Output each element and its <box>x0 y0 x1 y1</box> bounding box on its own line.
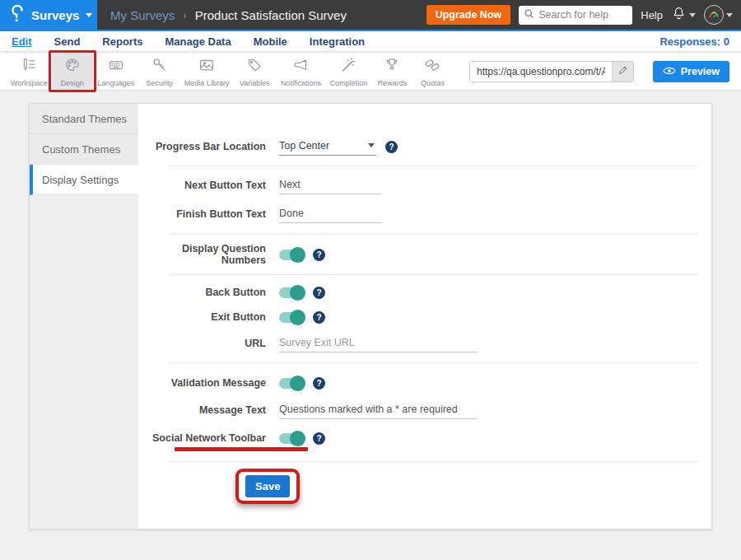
trophy-icon <box>383 56 401 77</box>
toolbar-item-workspace[interactable]: Workspace <box>7 54 52 90</box>
notifications-menu[interactable] <box>671 5 696 25</box>
help-icon[interactable]: ? <box>313 377 325 390</box>
chain-link-icon <box>423 56 441 77</box>
exit-button-row: Exit Button ? <box>138 307 711 327</box>
help-icon[interactable]: ? <box>313 432 325 445</box>
progress-bar-location-select[interactable]: Top Center <box>279 138 376 156</box>
eye-icon <box>663 66 676 78</box>
progress-bar-location-label: Progress Bar Location <box>138 141 266 152</box>
themes-sidebar: Standard Themes Custom Themes Display Se… <box>30 104 138 529</box>
divider <box>170 274 698 275</box>
megaphone-icon <box>291 56 310 77</box>
annotation-box-save: Save <box>235 469 300 504</box>
validation-message-toggle[interactable] <box>279 378 304 389</box>
help-icon[interactable]: ? <box>385 141 398 153</box>
toolbar-item-variables[interactable]: Variables <box>233 54 276 90</box>
design-palette-icon <box>63 56 82 77</box>
toolbar-item-design[interactable]: Design <box>52 54 93 90</box>
toolbar-item-media-library[interactable]: Media Library <box>180 54 234 90</box>
workspace-icon <box>20 56 38 77</box>
display-question-numbers-toggle[interactable] <box>279 250 304 260</box>
upgrade-now-button[interactable]: Upgrade Now <box>426 5 511 25</box>
validation-message-label: Validation Message <box>138 377 266 389</box>
tab-integration[interactable]: Integration <box>310 35 365 48</box>
responses-count[interactable]: Responses: 0 <box>659 35 729 48</box>
page-title: Product Satisfaction Survey <box>195 8 347 22</box>
design-settings-card: Standard Themes Custom Themes Display Se… <box>29 103 712 530</box>
display-question-numbers-label: Display Question Numbers <box>138 243 266 266</box>
account-menu[interactable] <box>704 5 733 25</box>
top-header: Surveys My Surveys › Product Satisfactio… <box>0 0 741 30</box>
chevron-down-icon <box>689 13 696 17</box>
back-button-row: Back Button ? <box>138 282 711 302</box>
display-settings-form: Progress Bar Location Top Center ? Next … <box>138 104 711 504</box>
finish-button-text-input[interactable] <box>279 206 382 223</box>
toolbar-item-notifications[interactable]: Notifications <box>276 54 325 90</box>
help-icon[interactable]: ? <box>313 311 325 324</box>
sidebar-item-standard-themes[interactable]: Standard Themes <box>30 104 138 134</box>
tab-reports[interactable]: Reports <box>102 35 142 48</box>
progress-bar-location-row: Progress Bar Location Top Center ? <box>138 134 711 159</box>
search-input[interactable] <box>538 9 627 21</box>
next-button-text-input[interactable] <box>279 177 382 194</box>
chevron-down-icon <box>368 143 375 147</box>
chevron-down-icon <box>86 13 92 17</box>
edit-toolbar: Workspace Design Languages Security M <box>0 54 741 91</box>
product-switcher[interactable]: Surveys <box>0 0 97 30</box>
validation-message-row: Validation Message ? <box>138 371 711 395</box>
divider <box>170 166 698 166</box>
save-button[interactable]: Save <box>245 475 290 497</box>
next-button-text-row: Next Button Text <box>138 173 711 198</box>
exit-button-label: Exit Button <box>138 311 266 323</box>
bell-icon <box>671 5 687 25</box>
breadcrumb-separator: › <box>183 9 186 21</box>
survey-url-group <box>469 61 634 82</box>
finish-button-text-row: Finish Button Text <box>138 202 711 226</box>
help-icon[interactable]: ? <box>313 287 325 299</box>
toolbar-item-completion[interactable]: Completion <box>325 54 371 90</box>
back-button-toggle[interactable] <box>279 287 304 298</box>
toolbar-item-rewards[interactable]: Rewards <box>371 54 412 90</box>
sidebar-item-display-settings[interactable]: Display Settings <box>30 165 138 195</box>
social-network-toolbar-label: Social Network Toolbar <box>138 432 266 444</box>
message-text-row: Message Text <box>138 398 711 422</box>
divider <box>170 362 698 363</box>
questionpro-logo-icon <box>8 3 26 26</box>
tab-manage-data[interactable]: Manage Data <box>165 35 231 48</box>
display-question-numbers-row: Display Question Numbers ? <box>138 242 711 267</box>
sidebar-item-custom-themes[interactable]: Custom Themes <box>30 134 138 165</box>
help-search[interactable] <box>519 6 632 25</box>
tab-send[interactable]: Send <box>54 35 81 48</box>
toolbar-item-security[interactable]: Security <box>139 54 180 90</box>
help-link[interactable]: Help <box>641 9 663 21</box>
divider <box>170 461 698 462</box>
breadcrumb: My Surveys › Product Satisfaction Survey <box>110 8 347 22</box>
survey-url-input[interactable] <box>470 62 612 82</box>
exit-button-toggle[interactable] <box>279 312 304 323</box>
toolbar-item-languages[interactable]: Languages <box>93 54 139 90</box>
finish-button-text-label: Finish Button Text <box>138 208 266 220</box>
tab-edit[interactable]: Edit <box>12 35 32 48</box>
questionpro-design-settings-page: Surveys My Surveys › Product Satisfactio… <box>0 0 741 560</box>
social-network-toolbar-toggle[interactable] <box>279 433 304 444</box>
toolbar-item-quotas[interactable]: Quotas <box>412 54 452 90</box>
avatar <box>704 5 724 25</box>
help-icon[interactable]: ? <box>313 249 325 261</box>
breadcrumb-my-surveys[interactable]: My Surveys <box>110 8 175 22</box>
product-label: Surveys <box>31 8 79 22</box>
divider <box>170 234 698 235</box>
survey-nav: Edit Send Reports Manage Data Mobile Int… <box>0 30 741 52</box>
exit-url-input[interactable] <box>279 335 477 352</box>
key-icon <box>151 56 169 77</box>
edit-url-button[interactable] <box>612 62 633 82</box>
image-icon <box>198 56 216 77</box>
preview-button[interactable]: Preview <box>653 61 729 82</box>
message-text-input[interactable] <box>279 402 477 419</box>
exit-url-row: URL <box>138 334 711 353</box>
save-row: Save <box>235 469 711 504</box>
header-actions: Upgrade Now Help <box>426 0 733 30</box>
search-icon <box>524 7 534 22</box>
annotation-underline-social-network-toolbar <box>175 447 308 451</box>
tab-mobile[interactable]: Mobile <box>254 35 287 48</box>
pencil-icon <box>618 65 628 78</box>
